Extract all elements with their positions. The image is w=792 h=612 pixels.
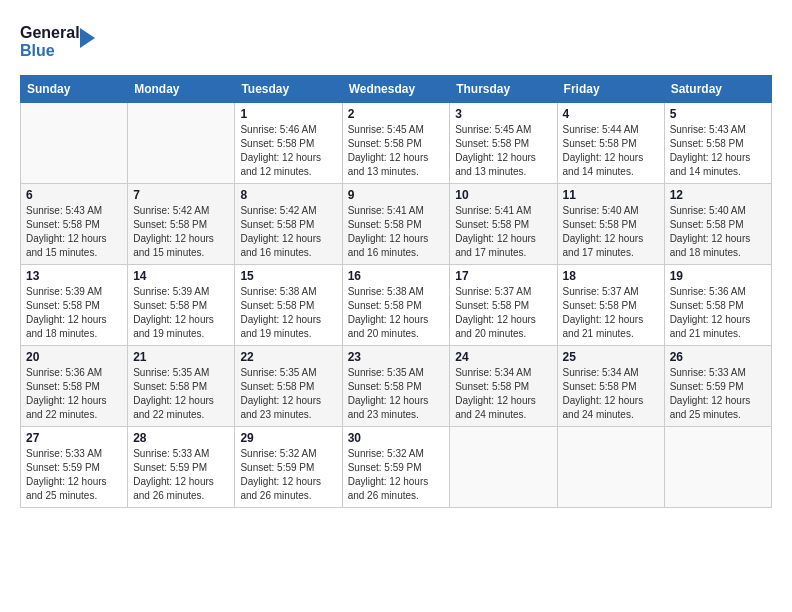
day-number: 25 [563,350,659,364]
day-number: 15 [240,269,336,283]
header: GeneralBlue [20,20,772,65]
day-info: Sunrise: 5:44 AM Sunset: 5:58 PM Dayligh… [563,123,659,179]
calendar-header-row: SundayMondayTuesdayWednesdayThursdayFrid… [21,76,772,103]
day-info: Sunrise: 5:39 AM Sunset: 5:58 PM Dayligh… [133,285,229,341]
day-number: 10 [455,188,551,202]
calendar-day-cell: 13Sunrise: 5:39 AM Sunset: 5:58 PM Dayli… [21,265,128,346]
day-number: 26 [670,350,766,364]
day-number: 5 [670,107,766,121]
calendar-day-cell [450,427,557,508]
calendar-day-cell: 11Sunrise: 5:40 AM Sunset: 5:58 PM Dayli… [557,184,664,265]
calendar-day-cell: 25Sunrise: 5:34 AM Sunset: 5:58 PM Dayli… [557,346,664,427]
calendar-day-cell: 2Sunrise: 5:45 AM Sunset: 5:58 PM Daylig… [342,103,450,184]
day-number: 22 [240,350,336,364]
day-number: 2 [348,107,445,121]
calendar-day-cell: 7Sunrise: 5:42 AM Sunset: 5:58 PM Daylig… [128,184,235,265]
day-number: 3 [455,107,551,121]
svg-text:General: General [20,24,80,41]
day-info: Sunrise: 5:35 AM Sunset: 5:58 PM Dayligh… [348,366,445,422]
day-info: Sunrise: 5:42 AM Sunset: 5:58 PM Dayligh… [240,204,336,260]
day-of-week-header: Sunday [21,76,128,103]
day-number: 28 [133,431,229,445]
calendar-day-cell: 26Sunrise: 5:33 AM Sunset: 5:59 PM Dayli… [664,346,771,427]
day-number: 23 [348,350,445,364]
day-number: 8 [240,188,336,202]
day-number: 16 [348,269,445,283]
day-number: 4 [563,107,659,121]
day-info: Sunrise: 5:37 AM Sunset: 5:58 PM Dayligh… [563,285,659,341]
day-info: Sunrise: 5:38 AM Sunset: 5:58 PM Dayligh… [348,285,445,341]
day-info: Sunrise: 5:34 AM Sunset: 5:58 PM Dayligh… [455,366,551,422]
calendar-day-cell [128,103,235,184]
day-info: Sunrise: 5:33 AM Sunset: 5:59 PM Dayligh… [133,447,229,503]
calendar-week-row: 27Sunrise: 5:33 AM Sunset: 5:59 PM Dayli… [21,427,772,508]
calendar-day-cell: 19Sunrise: 5:36 AM Sunset: 5:58 PM Dayli… [664,265,771,346]
calendar-day-cell: 15Sunrise: 5:38 AM Sunset: 5:58 PM Dayli… [235,265,342,346]
day-of-week-header: Saturday [664,76,771,103]
day-info: Sunrise: 5:40 AM Sunset: 5:58 PM Dayligh… [670,204,766,260]
day-info: Sunrise: 5:32 AM Sunset: 5:59 PM Dayligh… [240,447,336,503]
day-info: Sunrise: 5:41 AM Sunset: 5:58 PM Dayligh… [455,204,551,260]
calendar-day-cell: 24Sunrise: 5:34 AM Sunset: 5:58 PM Dayli… [450,346,557,427]
calendar-day-cell: 21Sunrise: 5:35 AM Sunset: 5:58 PM Dayli… [128,346,235,427]
day-info: Sunrise: 5:40 AM Sunset: 5:58 PM Dayligh… [563,204,659,260]
day-info: Sunrise: 5:35 AM Sunset: 5:58 PM Dayligh… [133,366,229,422]
logo: GeneralBlue [20,20,100,65]
day-number: 17 [455,269,551,283]
calendar-day-cell: 8Sunrise: 5:42 AM Sunset: 5:58 PM Daylig… [235,184,342,265]
day-info: Sunrise: 5:36 AM Sunset: 5:58 PM Dayligh… [670,285,766,341]
day-info: Sunrise: 5:35 AM Sunset: 5:58 PM Dayligh… [240,366,336,422]
calendar-day-cell: 30Sunrise: 5:32 AM Sunset: 5:59 PM Dayli… [342,427,450,508]
calendar-day-cell: 29Sunrise: 5:32 AM Sunset: 5:59 PM Dayli… [235,427,342,508]
day-info: Sunrise: 5:34 AM Sunset: 5:58 PM Dayligh… [563,366,659,422]
day-of-week-header: Monday [128,76,235,103]
calendar-day-cell: 10Sunrise: 5:41 AM Sunset: 5:58 PM Dayli… [450,184,557,265]
day-number: 29 [240,431,336,445]
calendar-week-row: 1Sunrise: 5:46 AM Sunset: 5:58 PM Daylig… [21,103,772,184]
day-of-week-header: Thursday [450,76,557,103]
calendar-day-cell: 17Sunrise: 5:37 AM Sunset: 5:58 PM Dayli… [450,265,557,346]
day-number: 30 [348,431,445,445]
day-info: Sunrise: 5:45 AM Sunset: 5:58 PM Dayligh… [348,123,445,179]
day-info: Sunrise: 5:32 AM Sunset: 5:59 PM Dayligh… [348,447,445,503]
day-info: Sunrise: 5:45 AM Sunset: 5:58 PM Dayligh… [455,123,551,179]
calendar-day-cell [21,103,128,184]
calendar-day-cell [557,427,664,508]
day-info: Sunrise: 5:46 AM Sunset: 5:58 PM Dayligh… [240,123,336,179]
calendar-week-row: 6Sunrise: 5:43 AM Sunset: 5:58 PM Daylig… [21,184,772,265]
day-info: Sunrise: 5:42 AM Sunset: 5:58 PM Dayligh… [133,204,229,260]
day-number: 27 [26,431,122,445]
day-number: 11 [563,188,659,202]
day-number: 14 [133,269,229,283]
day-info: Sunrise: 5:33 AM Sunset: 5:59 PM Dayligh… [26,447,122,503]
svg-text:Blue: Blue [20,42,55,59]
calendar-day-cell: 6Sunrise: 5:43 AM Sunset: 5:58 PM Daylig… [21,184,128,265]
calendar-day-cell: 1Sunrise: 5:46 AM Sunset: 5:58 PM Daylig… [235,103,342,184]
day-info: Sunrise: 5:43 AM Sunset: 5:58 PM Dayligh… [26,204,122,260]
calendar-day-cell: 4Sunrise: 5:44 AM Sunset: 5:58 PM Daylig… [557,103,664,184]
day-number: 19 [670,269,766,283]
day-number: 1 [240,107,336,121]
calendar-day-cell: 18Sunrise: 5:37 AM Sunset: 5:58 PM Dayli… [557,265,664,346]
day-info: Sunrise: 5:39 AM Sunset: 5:58 PM Dayligh… [26,285,122,341]
calendar-day-cell: 9Sunrise: 5:41 AM Sunset: 5:58 PM Daylig… [342,184,450,265]
day-number: 13 [26,269,122,283]
day-info: Sunrise: 5:36 AM Sunset: 5:58 PM Dayligh… [26,366,122,422]
day-number: 12 [670,188,766,202]
calendar-week-row: 20Sunrise: 5:36 AM Sunset: 5:58 PM Dayli… [21,346,772,427]
day-info: Sunrise: 5:37 AM Sunset: 5:58 PM Dayligh… [455,285,551,341]
calendar-day-cell: 14Sunrise: 5:39 AM Sunset: 5:58 PM Dayli… [128,265,235,346]
calendar-table: SundayMondayTuesdayWednesdayThursdayFrid… [20,75,772,508]
calendar-day-cell: 12Sunrise: 5:40 AM Sunset: 5:58 PM Dayli… [664,184,771,265]
day-of-week-header: Tuesday [235,76,342,103]
day-number: 21 [133,350,229,364]
calendar-day-cell: 3Sunrise: 5:45 AM Sunset: 5:58 PM Daylig… [450,103,557,184]
calendar-day-cell: 5Sunrise: 5:43 AM Sunset: 5:58 PM Daylig… [664,103,771,184]
day-of-week-header: Wednesday [342,76,450,103]
day-number: 20 [26,350,122,364]
calendar-day-cell: 16Sunrise: 5:38 AM Sunset: 5:58 PM Dayli… [342,265,450,346]
calendar-day-cell: 20Sunrise: 5:36 AM Sunset: 5:58 PM Dayli… [21,346,128,427]
calendar-week-row: 13Sunrise: 5:39 AM Sunset: 5:58 PM Dayli… [21,265,772,346]
day-info: Sunrise: 5:33 AM Sunset: 5:59 PM Dayligh… [670,366,766,422]
day-of-week-header: Friday [557,76,664,103]
